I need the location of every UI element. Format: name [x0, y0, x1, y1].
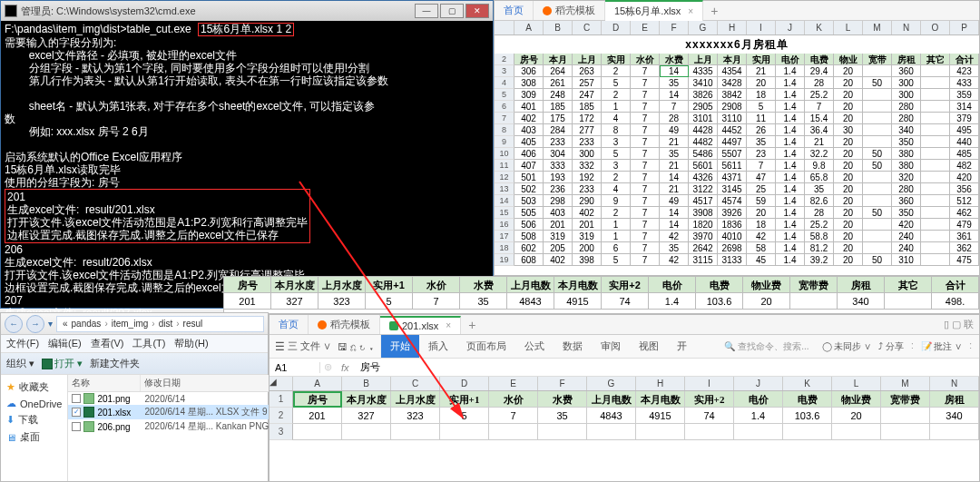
data-cell[interactable]: 1.4 — [734, 408, 783, 424]
data-cell[interactable]: 201 — [224, 293, 271, 310]
table-row[interactable]: 4308261257573534103428201.4282050300433 — [495, 77, 979, 89]
header-cell[interactable]: 宽带费 — [881, 391, 930, 408]
data-cell[interactable]: 4843 — [507, 293, 554, 310]
header-cell[interactable]: 房号 — [224, 277, 271, 293]
header-cell[interactable]: 电价 — [734, 391, 783, 408]
header-cell[interactable]: 水价 — [631, 54, 660, 65]
data-cell[interactable]: 20 — [743, 293, 790, 310]
data-cell[interactable]: 7 — [413, 293, 460, 310]
header-cell[interactable]: 水价 — [413, 277, 460, 293]
header-cell[interactable]: 房号 — [514, 54, 544, 65]
name-box[interactable]: A1 — [270, 362, 320, 373]
header-cell[interactable]: 房租 — [838, 277, 885, 293]
tab-file[interactable]: 15栋6月单.xlsx× — [605, 0, 703, 21]
data-cell[interactable]: 201 — [293, 408, 342, 424]
ribbon-dev[interactable]: 开 — [668, 335, 696, 358]
header-cell[interactable]: 本月水度 — [271, 277, 318, 293]
table-row[interactable]: 3306264263271443354354211.429.420360423 — [495, 65, 979, 77]
header-cell[interactable]: 本月电数 — [718, 54, 747, 65]
table-row[interactable]: 19608402398574231153133451.439.220503104… — [495, 254, 979, 266]
header-cell[interactable]: 上月电数 — [587, 391, 636, 408]
forward-button[interactable]: → — [26, 315, 44, 333]
corner[interactable] — [495, 21, 514, 34]
header-cell[interactable]: 电费 — [805, 54, 834, 65]
data-cell[interactable]: 327 — [342, 408, 391, 424]
header-cell[interactable]: 实用+2 — [602, 277, 649, 293]
header-cell[interactable]: 房租 — [930, 391, 979, 408]
checkbox[interactable] — [72, 394, 81, 403]
fx-label[interactable]: fx — [336, 362, 355, 373]
table-row[interactable]: 18602205200673526422698581.481.220240362 — [495, 242, 979, 254]
data-cell[interactable]: 7 — [489, 408, 538, 424]
data-cell[interactable] — [881, 408, 930, 424]
formula-value[interactable]: 房号 — [355, 360, 386, 374]
header-cell[interactable]: 水费 — [460, 277, 507, 293]
data-cell[interactable]: 4915 — [554, 293, 602, 310]
header-cell[interactable]: 本月水度 — [544, 54, 573, 65]
data-cell[interactable]: 35 — [460, 293, 507, 310]
menu-file[interactable]: 文件(F) — [6, 337, 39, 350]
header-cell[interactable]: 实用+1 — [602, 54, 631, 65]
header-cell[interactable]: 上月水度 — [391, 391, 440, 408]
minimize-button[interactable]: — — [415, 4, 438, 18]
cmd-titlebar[interactable]: 管理员: C:\Windows\system32\cmd.exe — ▢ ✕ — [1, 1, 493, 21]
tree-desktop[interactable]: 🖥桌面 — [3, 428, 65, 446]
comment-button[interactable]: 📝 批注 ∨ — [921, 340, 963, 353]
header-cell[interactable]: 水价 — [489, 391, 538, 408]
header-cell[interactable]: 实用+1 — [366, 277, 413, 293]
table-row[interactable]: 14503298290974945174574591.482.620360512 — [495, 195, 979, 207]
table-row[interactable]: 16506201201171418201836181.425.220420479 — [495, 219, 979, 231]
data-cell[interactable]: 20 — [832, 408, 881, 424]
data-cell[interactable]: 103.6 — [783, 408, 832, 424]
header-cell[interactable]: 宽带费 — [790, 277, 838, 293]
open-button[interactable]: 打开 ▾ — [42, 357, 83, 370]
table-row[interactable]: 15505403402271439083926201.4282050350462 — [495, 207, 979, 219]
ribbon-view[interactable]: 视图 — [630, 335, 668, 358]
data-cell[interactable]: 74 — [602, 293, 649, 310]
ribbon-data[interactable]: 数据 — [554, 335, 592, 358]
close-icon[interactable]: × — [446, 320, 451, 330]
add-tab-button[interactable]: + — [703, 4, 725, 18]
header-cell[interactable]: 上月电数 — [689, 54, 718, 65]
table-row[interactable]: 5309248247271438263842181.425.220300359 — [495, 89, 979, 101]
file-menu[interactable]: ☰三 文件 ∨🖫 ⎌ ↻ ▾ — [270, 335, 381, 358]
table-row[interactable]: 10406304300573554865507231.432.220503804… — [495, 148, 979, 160]
header-cell[interactable]: 房号 — [293, 391, 342, 408]
window-controls[interactable]: ▯ ▢ 联 — [938, 318, 979, 331]
table-row[interactable]: 13502236233472131223145251.43520280356 — [495, 183, 979, 195]
header-cell[interactable]: 物业费 — [743, 277, 790, 293]
header-cell[interactable]: 合计 — [950, 54, 979, 65]
table-row[interactable]: 64011851851772905290851.4720280314 — [495, 101, 979, 113]
header-cell[interactable]: 水费 — [538, 391, 587, 408]
ribbon-start[interactable]: 开始 — [381, 335, 419, 358]
header-cell[interactable]: 房租 — [892, 54, 921, 65]
ribbon-formula[interactable]: 公式 — [515, 335, 554, 358]
tree-onedrive[interactable]: ☁OneDrive — [3, 396, 65, 411]
header-cell[interactable]: 上月水度 — [573, 54, 602, 65]
tree-downloads[interactable]: ⬇下载 — [3, 411, 65, 428]
header-cell[interactable]: 本月电数 — [554, 277, 602, 293]
data-cell[interactable]: 1.4 — [649, 293, 696, 310]
header-cell[interactable]: 本月电数 — [636, 391, 685, 408]
header-cell[interactable]: 本月水度 — [342, 391, 391, 408]
header-cell[interactable]: 电价 — [649, 277, 696, 293]
header-cell[interactable]: 物业费 — [832, 391, 881, 408]
back-button[interactable]: ← — [5, 315, 23, 333]
header-cell[interactable]: 实用+2 — [685, 391, 734, 408]
data-cell[interactable]: 340 — [838, 293, 885, 310]
up-button[interactable]: ▾ — [48, 319, 53, 329]
header-cell[interactable]: 水费 — [660, 54, 689, 65]
table-row[interactable]: 12501193192271443264371471.465.820320420 — [495, 172, 979, 183]
search-box[interactable]: 🔍查找命令、搜索... — [719, 340, 814, 353]
menu-view[interactable]: 查看(V) — [91, 337, 124, 350]
data-cell[interactable]: 340 — [930, 408, 979, 424]
menu-edit[interactable]: 编辑(E) — [48, 337, 82, 350]
table-row[interactable]: 9405233233372144824497351.42120350440 — [495, 136, 979, 148]
header-cell[interactable]: 其它 — [885, 277, 932, 293]
checkbox[interactable] — [72, 422, 81, 431]
header-cell[interactable]: 宽带费 — [863, 54, 892, 65]
share-button[interactable]: ⤴ 分享 — [878, 340, 904, 353]
corner[interactable]: ◢ — [270, 377, 293, 390]
data-cell[interactable]: 327 — [271, 293, 318, 310]
data-cell[interactable]: 74 — [685, 408, 734, 424]
